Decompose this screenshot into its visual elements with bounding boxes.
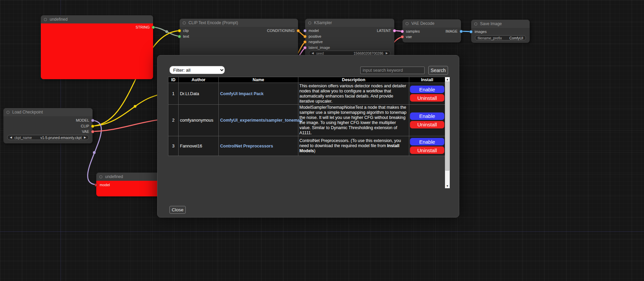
filename-prefix-widget[interactable]: filename_prefix ComfyUI: [475, 35, 526, 40]
output-label: LATENT: [377, 29, 391, 33]
output-dot-clip[interactable]: [91, 125, 94, 128]
ext-author: comfyanonymous: [179, 105, 219, 136]
input-label: clip: [183, 29, 189, 33]
ext-id: 1: [168, 83, 179, 105]
uninstall-button[interactable]: Uninstall: [410, 94, 444, 102]
collapse-dot-icon[interactable]: [183, 21, 186, 24]
input-dot-images[interactable]: [469, 30, 473, 33]
widget-name: filename_prefix: [478, 36, 502, 40]
ext-name-link[interactable]: ControlNet Preprocessors: [220, 144, 273, 148]
output-dot-image[interactable]: [460, 30, 463, 33]
header-description: Description: [298, 77, 409, 83]
header-author: Author: [179, 77, 219, 83]
ext-install-cell: Enable Uninstall: [409, 105, 445, 136]
collapse-dot-icon[interactable]: [6, 111, 10, 114]
increment-arrow-icon[interactable]: ▶: [386, 52, 388, 55]
node-undefined-bottom[interactable]: undefined model: [96, 173, 160, 196]
decrement-arrow-icon[interactable]: ◀: [312, 52, 314, 55]
scroll-down-arrow-icon[interactable]: ▼: [445, 184, 450, 188]
collapse-dot-icon[interactable]: [474, 22, 477, 25]
node-body: MODEL CLIP VAE ◀ ckpt_name v1-5-pruned-e…: [3, 116, 93, 143]
input-dot-positive[interactable]: [303, 35, 307, 38]
header-install: Install: [409, 77, 445, 83]
node-title: Load Checkpoint: [12, 110, 43, 115]
input-dot-latent-image[interactable]: [303, 46, 307, 49]
link-midpoint-dot: [93, 151, 96, 154]
output-label: VAE: [82, 129, 89, 134]
scrollbar-thumb[interactable]: [445, 82, 449, 171]
node-body-error: STRING: [41, 23, 153, 79]
node-header[interactable]: CLIP Text Encode (Prompt): [180, 19, 298, 27]
output-dot-model[interactable]: [91, 119, 94, 122]
input-dot-text[interactable]: [178, 35, 181, 38]
collapse-dot-icon[interactable]: [99, 175, 102, 178]
widget-value: v1-5-pruned-emaonly.ckpt: [40, 136, 82, 140]
collapse-dot-icon[interactable]: [406, 22, 409, 25]
ext-id: 2: [168, 105, 179, 136]
input-dot-samples[interactable]: [401, 30, 404, 33]
output-label: CONDITIONING: [267, 29, 295, 33]
node-body: images filename_prefix ComfyUI: [471, 28, 530, 43]
node-title: KSampler: [314, 20, 332, 25]
node-vae-decode[interactable]: VAE Decode samples vae IMAGE: [402, 19, 461, 42]
uninstall-button[interactable]: Uninstall: [410, 146, 444, 154]
link-midpoint-dot: [134, 105, 136, 108]
node-ksampler[interactable]: KSampler model positive negative latent_…: [305, 19, 394, 61]
ext-author: Dr.Lt.Data: [179, 83, 219, 105]
ext-description: ModelSamplerTonemapNoiseTest a node that…: [298, 105, 409, 136]
enable-button[interactable]: Enable: [410, 86, 444, 93]
enable-button[interactable]: Enable: [410, 112, 444, 120]
input-dot-negative[interactable]: [303, 40, 307, 43]
node-title: Save Image: [480, 21, 502, 26]
collapse-dot-icon[interactable]: [44, 18, 47, 21]
input-dot-vae[interactable]: [401, 35, 404, 38]
decrement-arrow-icon[interactable]: ◀: [10, 136, 12, 139]
input-label: text: [183, 34, 189, 38]
output-label: MODEL: [76, 118, 89, 122]
output-label: IMAGE: [446, 29, 458, 33]
input-dot-model[interactable]: [303, 29, 307, 32]
node-header[interactable]: undefined: [41, 15, 153, 23]
filter-select[interactable]: Filter: all: [169, 66, 225, 74]
uninstall-button[interactable]: Uninstall: [410, 121, 444, 128]
node-header[interactable]: KSampler: [305, 19, 394, 27]
ckpt-name-widget[interactable]: ◀ ckpt_name v1-5-pruned-emaonly.ckpt ▶: [7, 135, 89, 140]
output-dot-latent[interactable]: [393, 29, 396, 32]
ext-description: This extension offers various detector n…: [298, 83, 409, 105]
close-button[interactable]: Close: [169, 206, 186, 214]
node-header[interactable]: Save Image: [471, 20, 530, 28]
table-row: 1 Dr.Lt.Data ComfyUI Impact Pack This ex…: [168, 83, 445, 105]
node-undefined-top[interactable]: undefined STRING: [41, 15, 153, 79]
ext-name-link[interactable]: ComfyUI_experiments/sampler_tonemap: [220, 118, 302, 123]
input-label: samples: [406, 29, 420, 33]
node-load-checkpoint[interactable]: Load Checkpoint MODEL CLIP VAE ◀ ckpt_na…: [3, 108, 93, 143]
output-dot-vae[interactable]: [91, 130, 94, 133]
ext-name-link[interactable]: ComfyUI Impact Pack: [220, 91, 264, 96]
node-title: VAE Decode: [411, 21, 434, 26]
widget-value: 156680208700286: [353, 51, 383, 55]
scroll-up-arrow-icon[interactable]: ▲: [445, 77, 450, 82]
header-name: Name: [219, 77, 298, 83]
search-input[interactable]: [360, 67, 425, 74]
node-body: samples vae IMAGE: [402, 28, 461, 42]
enable-button[interactable]: Enable: [410, 138, 444, 145]
output-dot-string[interactable]: [152, 26, 155, 29]
increment-arrow-icon[interactable]: ▶: [84, 136, 86, 139]
node-title: CLIP Text Encode (Prompt): [188, 20, 238, 25]
node-clip-text-encode[interactable]: CLIP Text Encode (Prompt) clip text COND…: [180, 19, 298, 61]
table-header-row: ID Author Name Description Install: [168, 77, 445, 83]
table-scrollbar[interactable]: ▲ ▼: [445, 77, 450, 188]
input-label: model: [309, 29, 319, 33]
search-button[interactable]: Search: [428, 66, 448, 75]
node-header[interactable]: Load Checkpoint: [3, 108, 93, 116]
input-dot-model[interactable]: [95, 183, 98, 187]
node-title: undefined: [50, 17, 68, 22]
input-label: latent_image: [309, 46, 330, 50]
node-header[interactable]: undefined: [96, 173, 160, 181]
collapse-dot-icon[interactable]: [308, 21, 311, 24]
input-dot-clip[interactable]: [178, 29, 181, 32]
node-save-image[interactable]: Save Image images filename_prefix ComfyU…: [471, 20, 530, 43]
output-dot-conditioning[interactable]: [297, 29, 300, 32]
header-id: ID: [168, 77, 179, 83]
node-header[interactable]: VAE Decode: [402, 19, 461, 28]
